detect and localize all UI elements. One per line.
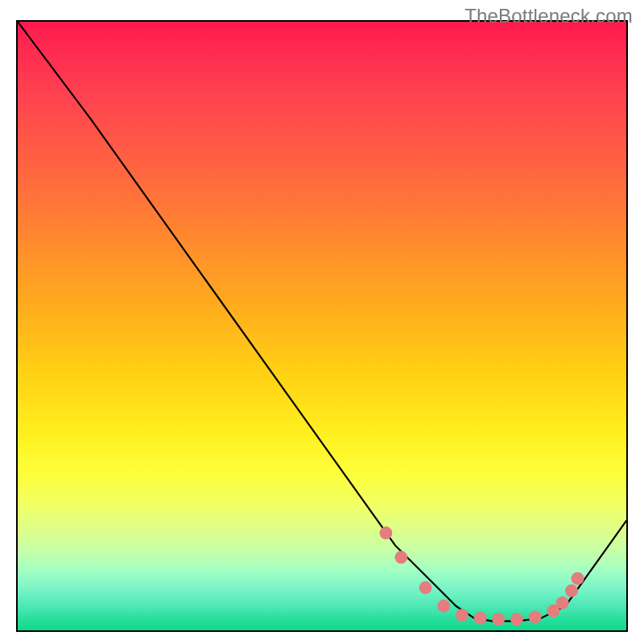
marker-dot	[510, 613, 523, 625]
marker-dot	[529, 610, 542, 623]
plot-area	[16, 20, 628, 632]
marker-dot	[565, 584, 578, 597]
marker-dot	[379, 526, 392, 539]
chart-container: TheBottleneck.com	[0, 0, 644, 644]
watermark-label: TheBottleneck.com	[464, 5, 633, 27]
chart-svg	[18, 22, 626, 630]
marker-dot	[572, 572, 584, 585]
valley-markers	[379, 526, 584, 625]
marker-dot	[492, 613, 505, 625]
marker-dot	[556, 597, 569, 609]
marker-dot	[456, 609, 469, 621]
marker-dot	[419, 581, 432, 594]
marker-dot	[474, 612, 487, 625]
marker-dot	[394, 551, 407, 564]
marker-dot	[437, 600, 450, 613]
curve-line	[18, 22, 626, 621]
